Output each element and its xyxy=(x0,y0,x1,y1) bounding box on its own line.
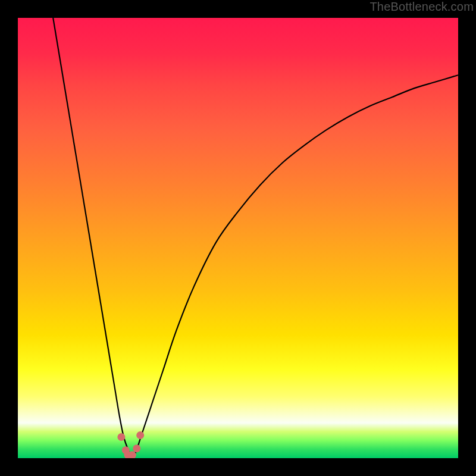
chart-frame: TheBottleneck.com xyxy=(0,0,476,476)
bottleneck-curve xyxy=(53,18,458,458)
curve-layer xyxy=(18,18,458,458)
valley-dot xyxy=(117,433,125,441)
watermark-text: TheBottleneck.com xyxy=(369,0,474,14)
valley-dot xyxy=(136,431,144,439)
valley-markers xyxy=(117,431,144,458)
valley-dot xyxy=(133,444,140,452)
plot-area xyxy=(18,18,458,458)
